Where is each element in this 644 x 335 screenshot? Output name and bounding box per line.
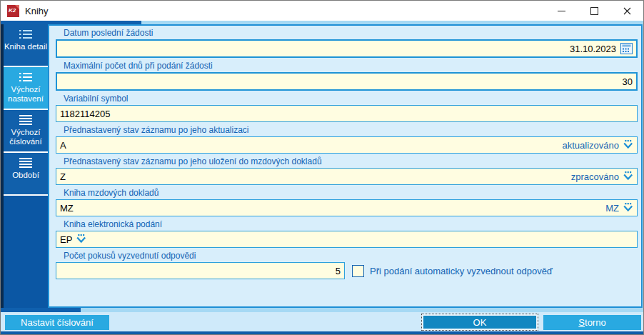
k2-app-icon: K2 xyxy=(7,5,19,17)
field-value: MZ xyxy=(60,203,74,214)
dropdown-icon[interactable] xyxy=(623,203,633,213)
kniha-elektronicka-podani-field[interactable]: EP xyxy=(56,231,638,248)
field-value: EP xyxy=(60,234,72,245)
form-row: Počet pokusů vyzvednutí odpovědi 5 Při p… xyxy=(49,251,641,279)
field-value: 30 xyxy=(623,76,633,87)
form-row: Kniha elektronická podání EP xyxy=(49,219,641,248)
sidebar-item-label: Kniha detail xyxy=(4,42,47,51)
sidebar-item-vychozi-cislovani[interactable]: Výchozí číslování xyxy=(4,110,48,153)
field-label: Datum poslední žádosti xyxy=(64,28,641,39)
ok-button[interactable]: OK xyxy=(423,316,536,329)
knihy-dialog: K2 Knihy xyxy=(0,0,644,335)
dropdown-icon[interactable] xyxy=(623,171,633,181)
field-value: 31.10.2023 xyxy=(570,44,616,54)
sidebar: Kniha detail Výchozí nastavení Výchozí č… xyxy=(4,24,48,308)
list-detail-icon xyxy=(17,29,34,39)
field-label: Maximální počet dnů při podání žádosti xyxy=(64,61,641,71)
field-display-value: zpracováno xyxy=(571,171,619,182)
max-pocet-dnu-field[interactable]: 30 xyxy=(56,72,638,91)
field-display-value: aktualizováno xyxy=(563,140,620,151)
form-row: Variabilní symbol 1182114205 xyxy=(49,94,641,122)
field-label: Přednastavený stav záznamu po jeho ulože… xyxy=(64,156,641,167)
sidebar-item-obdobi[interactable]: Období xyxy=(4,153,48,196)
form-panel: Datum poslední žádosti 31.10.2023 Maxim xyxy=(48,24,643,308)
form-row: Kniha mzdových dokladů MZ MZ xyxy=(49,188,641,216)
field-label: Kniha mzdových dokladů xyxy=(64,188,641,199)
minimize-icon xyxy=(558,11,565,11)
dropdown-icon[interactable] xyxy=(623,140,633,150)
variabilni-symbol-field[interactable]: 1182114205 xyxy=(56,105,638,122)
button-bar: Nastavit číslování OK Storno xyxy=(1,312,643,331)
field-display-value: MZ xyxy=(605,203,619,214)
auto-pickup-checkbox[interactable] xyxy=(352,265,364,277)
field-value: 1182114205 xyxy=(60,109,110,119)
field-value: A xyxy=(60,140,66,151)
field-value: Z xyxy=(60,171,66,182)
field-label: Přednastavený stav záznamu po jeho aktua… xyxy=(64,125,641,136)
list-detail-icon xyxy=(17,72,34,82)
minimize-button[interactable] xyxy=(545,1,578,21)
titlebar: K2 Knihy xyxy=(1,1,643,21)
window-bottom-strip xyxy=(1,331,643,335)
dropdown-icon[interactable] xyxy=(76,234,86,244)
sidebar-item-label: Výchozí nastavení xyxy=(4,85,48,104)
calendar-icon[interactable] xyxy=(620,43,633,54)
maximize-icon xyxy=(590,7,598,15)
pocet-pokusu-field[interactable]: 5 xyxy=(56,262,345,279)
form-row: Přednastavený stav záznamu po jeho aktua… xyxy=(49,125,641,154)
sidebar-item-vychozi-nastaveni[interactable]: Výchozí nastavení xyxy=(4,67,48,110)
maximize-button[interactable] xyxy=(578,1,610,21)
sidebar-item-kniha-detail[interactable]: Kniha detail xyxy=(4,24,48,67)
sidebar-item-label: Výchozí číslování xyxy=(4,128,48,146)
field-label: Kniha elektronická podání xyxy=(64,219,641,230)
field-label: Počet pokusů vyzvednutí odpovědi xyxy=(64,251,641,261)
form-row: Datum poslední žádosti 31.10.2023 xyxy=(49,28,641,58)
menu-lines-icon xyxy=(19,115,33,125)
form-row: Maximální počet dnů při podání žádosti 3… xyxy=(49,61,641,91)
datum-posledni-zadosti-field[interactable]: 31.10.2023 xyxy=(56,39,638,58)
nastavit-cislovani-button[interactable]: Nastavit číslování xyxy=(5,315,109,330)
storno-button[interactable]: Storno xyxy=(543,315,641,330)
window-title: Knihy xyxy=(25,6,49,16)
stav-po-aktualizaci-field[interactable]: A aktualizováno xyxy=(56,136,638,154)
ok-button-focus-ring: OK xyxy=(421,314,538,331)
menu-lines-icon xyxy=(19,158,33,168)
close-button[interactable] xyxy=(610,1,643,21)
sidebar-item-label: Období xyxy=(12,171,39,180)
kniha-mzdovych-dokladu-field[interactable]: MZ MZ xyxy=(56,199,638,216)
close-icon xyxy=(623,7,631,15)
form-row: Přednastavený stav záznamu po jeho ulože… xyxy=(49,156,641,185)
field-value: 5 xyxy=(336,266,341,276)
auto-pickup-checkbox-label: Při podání automaticky vyzvednout odpově… xyxy=(370,266,553,276)
stav-po-ulozeni-field[interactable]: Z zpracováno xyxy=(56,168,638,185)
window-controls xyxy=(545,1,643,21)
field-label: Variabilní symbol xyxy=(64,94,641,104)
